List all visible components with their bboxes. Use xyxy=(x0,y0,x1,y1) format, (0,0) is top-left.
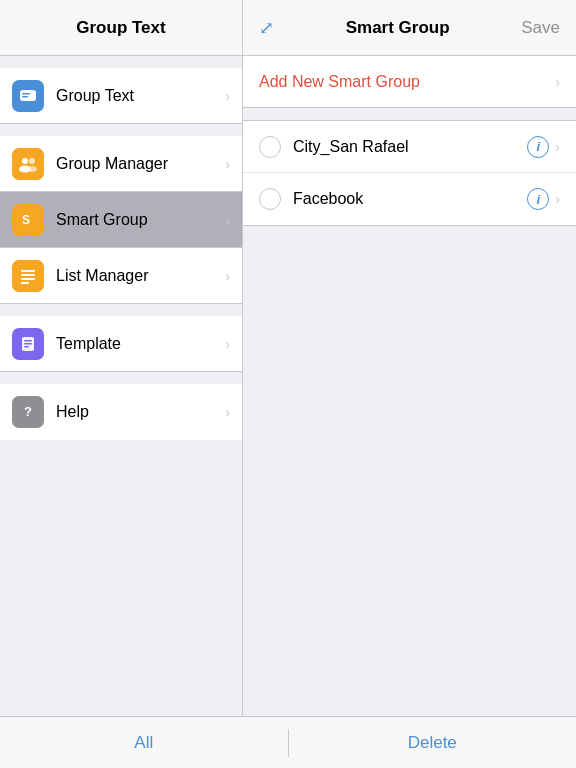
header: Group Text ⤢ Smart Group Save xyxy=(0,0,576,56)
template-chevron: › xyxy=(225,336,230,352)
collapse-icon[interactable]: ⤢ xyxy=(259,17,274,39)
smart-group-icon: S xyxy=(12,204,44,236)
group-item-city-san-rafael[interactable]: City_San Rafael i › xyxy=(243,121,576,173)
sidebar-item-group-text[interactable]: Group Text › xyxy=(0,68,242,124)
help-chevron: › xyxy=(225,404,230,420)
facebook-chevron: › xyxy=(555,191,560,207)
info-facebook-icon[interactable]: i xyxy=(527,188,549,210)
svg-rect-0 xyxy=(20,90,36,101)
smart-group-label: Smart Group xyxy=(56,211,225,229)
sidebar-item-smart-group[interactable]: S Smart Group › xyxy=(0,192,242,248)
delete-button[interactable]: Delete xyxy=(289,733,577,753)
list-manager-icon xyxy=(12,260,44,292)
svg-point-3 xyxy=(22,158,28,164)
group-list: City_San Rafael i › Facebook i › xyxy=(243,120,576,226)
svg-rect-1 xyxy=(22,93,30,95)
right-panel: Add New Smart Group › City_San Rafael i … xyxy=(243,56,576,716)
svg-rect-9 xyxy=(21,274,35,276)
group-text-label: Group Text xyxy=(56,87,225,105)
city-san-rafael-chevron: › xyxy=(555,139,560,155)
sidebar-item-group-manager[interactable]: Group Manager › xyxy=(0,136,242,192)
svg-rect-2 xyxy=(22,96,28,98)
svg-rect-8 xyxy=(21,270,35,272)
svg-rect-14 xyxy=(24,343,32,345)
all-button[interactable]: All xyxy=(0,733,288,753)
sidebar-item-template[interactable]: Template › xyxy=(0,316,242,372)
list-manager-label: List Manager xyxy=(56,267,225,285)
radio-city-san-rafael[interactable] xyxy=(259,136,281,158)
smart-group-chevron: › xyxy=(225,212,230,228)
add-new-label: Add New Smart Group xyxy=(259,73,555,91)
header-right: ⤢ Smart Group Save xyxy=(243,0,576,55)
sidebar-item-help[interactable]: ? Help › xyxy=(0,384,242,440)
info-city-san-rafael-icon[interactable]: i xyxy=(527,136,549,158)
help-icon: ? xyxy=(12,396,44,428)
group-text-icon xyxy=(12,80,44,112)
svg-text:?: ? xyxy=(24,404,32,419)
facebook-label: Facebook xyxy=(293,190,527,208)
svg-point-4 xyxy=(29,158,35,164)
left-panel-title: Group Text xyxy=(76,18,165,38)
bottom-bar: All Delete xyxy=(0,716,576,768)
add-new-chevron: › xyxy=(555,74,560,90)
radio-facebook[interactable] xyxy=(259,188,281,210)
add-new-smart-group-button[interactable]: Add New Smart Group › xyxy=(243,56,576,108)
group-manager-icon xyxy=(12,148,44,180)
svg-text:S: S xyxy=(22,213,30,227)
header-left: Group Text xyxy=(0,0,243,55)
help-label: Help xyxy=(56,403,225,421)
main-content: Group Text › Group Manager › S xyxy=(0,56,576,716)
svg-rect-11 xyxy=(21,282,29,284)
template-icon xyxy=(12,328,44,360)
right-panel-title: Smart Group xyxy=(346,18,450,38)
svg-rect-15 xyxy=(24,346,29,348)
save-button[interactable]: Save xyxy=(521,18,560,38)
group-manager-label: Group Manager xyxy=(56,155,225,173)
svg-point-6 xyxy=(27,166,37,172)
group-item-facebook[interactable]: Facebook i › xyxy=(243,173,576,225)
list-manager-chevron: › xyxy=(225,268,230,284)
template-label: Template xyxy=(56,335,225,353)
group-manager-chevron: › xyxy=(225,156,230,172)
group-text-chevron: › xyxy=(225,88,230,104)
sidebar: Group Text › Group Manager › S xyxy=(0,56,243,716)
sidebar-item-list-manager[interactable]: List Manager › xyxy=(0,248,242,304)
svg-rect-13 xyxy=(24,340,32,342)
svg-rect-10 xyxy=(21,278,35,280)
city-san-rafael-label: City_San Rafael xyxy=(293,138,527,156)
